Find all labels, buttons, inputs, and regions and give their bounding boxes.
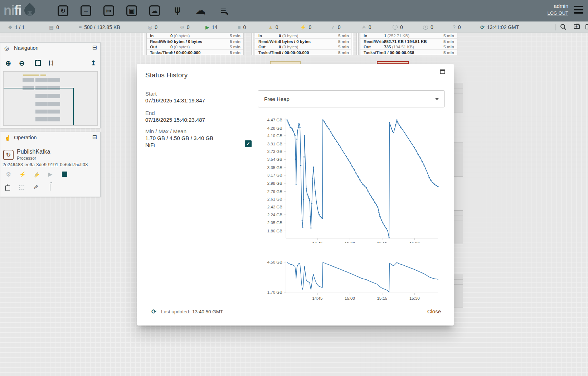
status-item-value: 0 [276, 24, 278, 30]
zoom-fit-button[interactable] [35, 60, 41, 66]
warning-icon: ▲ [268, 25, 273, 30]
svg-text:14:45: 14:45 [312, 241, 323, 243]
minimap-viewport[interactable] [3, 88, 74, 126]
label-icon[interactable]: ≡✎ [217, 4, 229, 18]
status-item-value: 0 [431, 24, 433, 30]
component-toolbar: ↻→↦▣☁⋔☁↓≡✎ [57, 4, 229, 18]
grid-icon: ▦ [49, 25, 54, 30]
svg-text:1.86 GB: 1.86 GB [267, 229, 283, 233]
svg-text:15:00: 15:00 [345, 241, 355, 243]
stat-row: Out0 (0 bytes)5 min [255, 44, 352, 50]
refresh-icon[interactable]: ⟳ [151, 308, 156, 315]
status-clock: ⟳ 13:41:02 GMT [480, 21, 519, 33]
configure-gear-icon[interactable]: ⚙ [6, 172, 11, 178]
processor-stats-table: In0 (0 bytes)5 minRead/Write0 bytes / 0 … [255, 33, 352, 55]
collapse-icon[interactable]: ⊟ [92, 134, 97, 140]
dialog-field: Min / Max / Mean1.70 GB / 4.50 GB / 3.40… [145, 128, 253, 141]
stat-row: Tasks/Time0 / 00:00:00.0005 min [147, 50, 243, 56]
stop-icon: ■ [238, 25, 240, 30]
status-item-not-transmitting: ⊘0 [180, 21, 190, 33]
stat-row: In0 (0 bytes)5 min [147, 33, 243, 39]
stat-row: In0 (0 bytes)5 min [255, 33, 352, 39]
zoom-out-button[interactable]: ⊖ [19, 59, 25, 67]
navigation-panel-title: Navigation [14, 45, 39, 51]
up-arrow-icon: ↑ [393, 25, 398, 30]
svg-text:2.42 GB: 2.42 GB [267, 205, 283, 209]
processor-edge [356, 32, 359, 55]
counts-kit-icon[interactable] [574, 24, 580, 29]
status-item-unversioned: ?0 [453, 21, 461, 33]
status-item-value: 0 [400, 24, 403, 30]
status-item-value: 500 / 132.85 KB [84, 24, 120, 30]
exclamation-icon: ! [423, 25, 428, 30]
group-frame-icon[interactable] [19, 185, 24, 190]
close-button[interactable]: Close [427, 308, 441, 314]
logo-text-ni: ni [4, 3, 14, 18]
up-level-button[interactable]: ↥ [91, 59, 96, 67]
processor-stats-table: In1 (252.71 KB)5 minRead/Write252.71 KB … [360, 33, 457, 55]
disable-bolt-slash-icon[interactable]: ⚡ [33, 172, 40, 178]
list-icon: ≡ [79, 25, 82, 30]
status-item-up-to-date: ✓0 [331, 21, 341, 33]
divider [583, 24, 583, 30]
status-history-brush[interactable]: 4.50 GB1.70 GB14:4515:0015:1515:30 [265, 251, 444, 305]
zoom-in-button[interactable]: ⊕ [5, 59, 11, 67]
copy-icon[interactable] [7, 184, 8, 191]
output-port-icon[interactable]: ↦ [103, 4, 115, 18]
stop-button[interactable] [62, 172, 67, 177]
svg-text:3.17 GB: 3.17 GB [267, 173, 283, 177]
metric-dropdown[interactable]: Free Heap [258, 90, 445, 107]
status-item-stopped: ■0 [238, 21, 246, 33]
status-item-value: 0 [243, 24, 246, 30]
color-brush-icon[interactable]: ✎ [34, 184, 38, 190]
template-icon[interactable]: ☁↓ [194, 4, 206, 18]
status-item-value: 0 [155, 24, 157, 30]
chevron-down-icon [435, 98, 439, 100]
svg-text:15:15: 15:15 [377, 296, 387, 300]
search-icon[interactable] [560, 24, 565, 29]
navigation-minimap[interactable] [3, 71, 98, 126]
last-updated-value: 13:40:50 GMT [192, 309, 223, 314]
check-icon: ✓ [331, 25, 335, 30]
svg-text:14:45: 14:45 [312, 296, 323, 300]
status-item-value: 0 [56, 24, 59, 30]
nifi-droplet-icon [22, 3, 37, 18]
svg-text:15:30: 15:30 [409, 296, 420, 300]
logout-link[interactable]: LOG OUT [547, 10, 568, 16]
operation-panel-title: Operation [14, 135, 37, 140]
nifi-logo: nifi [4, 3, 35, 18]
processor-stamp-icon: ↻ [3, 150, 14, 160]
transmitting-icon: ◎ [148, 25, 152, 30]
funnel-icon[interactable]: ⋔ [171, 4, 184, 18]
enable-bolt-icon[interactable]: ⚡ [19, 172, 26, 177]
refresh-icon[interactable]: ⟳ [480, 25, 485, 30]
dialog-title: Status History [145, 71, 188, 79]
input-port-icon[interactable]: → [80, 4, 92, 18]
processor-icon[interactable]: ↻ [57, 4, 69, 18]
status-item-cluster: ❖1 / 1 [8, 21, 25, 33]
svg-text:1.70 GB: 1.70 GB [267, 290, 283, 294]
collapse-icon[interactable]: ⊟ [92, 45, 97, 50]
status-item-value: 1 / 1 [15, 24, 25, 30]
metric-dropdown-value: Free Heap [264, 96, 290, 102]
hand-icon: ☝ [4, 135, 11, 141]
svg-text:4.28 GB: 4.28 GB [267, 126, 283, 130]
stat-row: In1 (252.71 KB)5 min [360, 33, 457, 39]
status-item-value: 0 [458, 24, 461, 30]
logo-text-fi: fi [14, 3, 21, 18]
svg-text:3.73 GB: 3.73 GB [267, 149, 283, 154]
maximize-icon[interactable] [440, 69, 445, 74]
remote-process-group-icon[interactable]: ☁ [149, 4, 161, 18]
status-item-running: ▶14 [205, 21, 217, 33]
delete-trash-icon[interactable] [50, 184, 50, 191]
status-item-value: 14 [212, 24, 218, 30]
processor-partial [454, 274, 463, 308]
svg-text:2.61 GB: 2.61 GB [267, 197, 283, 201]
process-group-icon[interactable]: ▣ [126, 4, 138, 18]
series-checkbox[interactable]: ✓ [245, 140, 252, 147]
zoom-actual-button[interactable]: |:| [49, 59, 53, 66]
settings-icon[interactable] [585, 24, 588, 29]
start-play-icon[interactable]: ▶ [48, 172, 52, 177]
disabled-icon: ⚡ [300, 25, 306, 30]
global-menu-icon[interactable] [574, 6, 583, 15]
